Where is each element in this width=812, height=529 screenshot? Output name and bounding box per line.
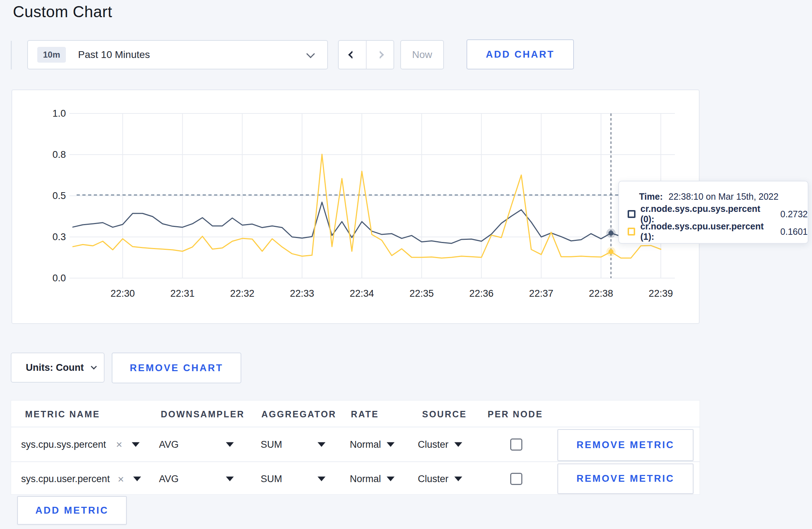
caret-down-icon (226, 442, 234, 447)
units-select-label: Units: Count (26, 362, 84, 373)
col-header-per-node: PER NODE (488, 409, 543, 419)
tooltip-time-label: Time: (639, 191, 663, 202)
next-time-button[interactable] (366, 41, 394, 69)
caret-down-icon (318, 477, 325, 481)
x-axis-tick-label: 22:30 (98, 288, 148, 299)
x-axis-tick-label: 22:36 (456, 288, 507, 299)
downsampler-caret[interactable] (226, 442, 234, 447)
tooltip-time-value: 22:38:10 on Mar 15th, 2022 (668, 191, 778, 202)
caret-down-icon (387, 477, 395, 481)
time-range-select[interactable]: 10m Past 10 Minutes (27, 40, 328, 69)
chart-card: 0.00.30.50.81.022:3022:3122:3222:3322:34… (11, 89, 700, 324)
x-axis-tick-label: 22:32 (217, 288, 267, 299)
aggregator-caret[interactable] (318, 442, 325, 447)
tooltip-series-value: 0.1601 (780, 227, 808, 237)
metric-name-label: sys.cpu.user.percent (21, 474, 110, 485)
chevron-left-icon (348, 51, 356, 59)
caret-down-icon (454, 442, 462, 447)
downsampler-value: AVG (159, 474, 179, 485)
source-select[interactable]: Cluster (418, 439, 462, 450)
prev-time-button[interactable] (339, 41, 366, 69)
downsampler-caret[interactable] (226, 477, 234, 481)
rate-value: Normal (350, 474, 381, 485)
aggregator-select[interactable]: SUM (261, 439, 282, 450)
units-select[interactable]: Units: Count (11, 353, 105, 383)
caret-down-icon (133, 477, 141, 481)
per-node-checkbox[interactable] (510, 473, 522, 485)
source-value: Cluster (418, 474, 449, 485)
time-range-label: Past 10 Minutes (78, 49, 150, 60)
metrics-table: METRIC NAME DOWNSAMPLER AGGREGATOR RATE … (11, 400, 700, 495)
x-axis-tick-label: 22:35 (397, 288, 447, 299)
y-axis-tick-label: 1.0 (19, 108, 66, 119)
metric-row: sys.cpu.user.percent × AVG SUM Normal Cl… (11, 463, 700, 495)
chevron-down-icon (306, 49, 315, 58)
per-node-checkbox[interactable] (510, 438, 522, 451)
x-axis-tick-label: 22:38 (576, 288, 626, 299)
rate-select[interactable]: Normal (350, 474, 395, 485)
caret-down-icon (226, 477, 234, 481)
remove-metric-button[interactable]: REMOVE METRIC (557, 429, 693, 461)
tooltip-series-value: 0.2732 (780, 209, 808, 219)
page-title: Custom Chart (13, 3, 112, 21)
y-axis-tick-label: 0.8 (19, 149, 66, 160)
downsampler-select[interactable]: AVG (159, 474, 179, 485)
source-value: Cluster (418, 439, 449, 450)
chevron-down-icon (91, 364, 97, 370)
caret-down-icon (318, 442, 325, 447)
x-axis-tick-label: 22:33 (277, 288, 327, 299)
col-header-rate: RATE (351, 409, 379, 419)
source-select[interactable]: Cluster (418, 474, 462, 485)
metric-name-select[interactable]: sys.cpu.user.percent × (21, 474, 141, 485)
x-axis-tick-label: 22:34 (337, 288, 387, 299)
toolbar-divider (11, 41, 12, 69)
col-header-aggregator: AGGREGATOR (261, 409, 337, 419)
add-chart-button[interactable]: ADD CHART (467, 39, 574, 69)
aggregator-select[interactable]: SUM (261, 474, 282, 485)
chart-hover-tooltip: Time: 22:38:10 on Mar 15th, 2022 cr.node… (618, 181, 808, 244)
per-node-cell (510, 473, 522, 485)
aggregator-caret[interactable] (318, 477, 325, 481)
metrics-table-header: METRIC NAME DOWNSAMPLER AGGREGATOR RATE … (11, 401, 700, 427)
aggregator-value: SUM (261, 439, 282, 450)
metric-row: sys.cpu.sys.percent × AVG SUM Normal Clu… (11, 427, 700, 462)
y-axis-tick-label: 0.0 (19, 273, 66, 284)
rate-select[interactable]: Normal (350, 439, 395, 450)
caret-down-icon (387, 442, 395, 447)
metric-name-label: sys.cpu.sys.percent (21, 439, 106, 450)
col-header-source: SOURCE (422, 409, 467, 419)
tooltip-series-name: cr.node.sys.cpu.user.percent (1): (640, 221, 774, 242)
col-header-downsampler: DOWNSAMPLER (161, 409, 245, 419)
time-pager (338, 40, 394, 69)
y-axis-tick-label: 0.3 (19, 232, 66, 243)
rate-value: Normal (350, 439, 381, 450)
per-node-cell (510, 438, 522, 451)
metric-name-select[interactable]: sys.cpu.sys.percent × (21, 439, 140, 450)
downsampler-value: AVG (159, 439, 179, 450)
remove-chart-button[interactable]: REMOVE CHART (112, 353, 241, 383)
caret-down-icon (454, 477, 462, 481)
clear-metric-icon[interactable]: × (116, 439, 122, 450)
time-range-badge: 10m (37, 47, 66, 63)
y-axis-tick-label: 0.5 (19, 190, 66, 202)
clear-metric-icon[interactable]: × (118, 474, 124, 484)
add-metric-button[interactable]: ADD METRIC (17, 496, 127, 525)
user-percent-series-swatch-icon (628, 228, 635, 236)
downsampler-select[interactable]: AVG (159, 439, 179, 450)
chevron-right-icon (376, 51, 384, 59)
col-header-metric-name: METRIC NAME (25, 409, 100, 419)
x-axis-tick-label: 22:39 (636, 288, 686, 299)
sys-percent-series-swatch-icon (628, 210, 635, 218)
x-axis-tick-label: 22:31 (158, 288, 208, 299)
remove-metric-button[interactable]: REMOVE METRIC (557, 464, 693, 494)
caret-down-icon (132, 442, 140, 447)
aggregator-value: SUM (261, 474, 282, 485)
x-axis-tick-label: 22:37 (516, 288, 566, 299)
now-button[interactable]: Now (400, 40, 444, 69)
